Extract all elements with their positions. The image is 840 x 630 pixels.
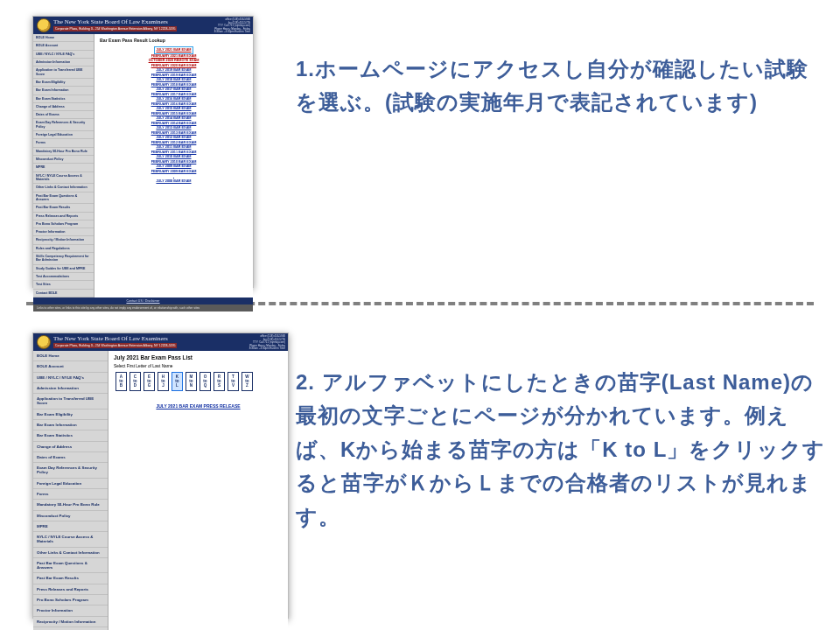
press-release-area: JULY 2021 BAR EXAM PRESS RELEASE [114,403,283,409]
letter-range-cell[interactable]: CtoD [130,372,141,391]
sidebar-item[interactable]: NYLC / NYLE Course Access & Materials [33,532,108,548]
site-address: Corporate Plaza, Building 3 - 254 Washin… [53,343,177,348]
sidebar-item[interactable]: Other Links & Contact Information [33,548,108,558]
sidebar-item[interactable]: Admission Information [33,59,94,66]
letter-range-cell[interactable]: WtoZ [242,372,253,391]
sidebar-item[interactable]: Mandatory 50-Hour Pro Bono Rule [33,148,94,156]
letter-range-cell[interactable]: MtoN [186,372,197,391]
screenshot-panel-2: The New York State Board Of Law Examiner… [32,332,289,619]
site-title: The New York State Board Of Law Examiner… [53,336,177,342]
panel-heading: July 2021 Bar Exam Pass List [114,354,283,360]
sidebar-item[interactable]: Contact BOLE [33,290,94,298]
sidebar-item[interactable]: Application to Transferred UBE Score [33,394,108,410]
instruction-step-1: 1.ホームページにアクセスし自分が確認したい試験を選ぶ。(試験の実施年月で表記さ… [296,52,821,120]
press-release-link[interactable]: JULY 2021 BAR EXAM PRESS RELEASE [156,403,240,409]
sidebar-item[interactable]: Mandatory 50-Hour Pro Bono Rule [33,500,108,510]
header-contact-block: office (518) 453-5990fax (518) 452-5729T… [214,18,250,34]
sidebar-item[interactable]: Bar Exam Information [33,420,108,430]
site-header: The New York State Board Of Law Examiner… [33,17,253,34]
site-title: The New York State Board Of Law Examiner… [53,19,177,25]
sidebar-nav: BOLE HomeBOLE AccountUBE / NYLC / NYLE F… [33,34,94,298]
letter-range-cell[interactable]: HtoJ [158,372,169,391]
sidebar-item[interactable]: Admission Information [33,383,108,394]
highlighted-exam[interactable]: JULY 2021 BAR EXAM [154,46,192,54]
sidebar-item[interactable]: Change of Address [33,442,108,452]
sidebar-item[interactable]: Reciprocity / Motion Information [33,617,108,627]
sidebar-item[interactable]: BOLE Account [33,361,108,372]
header-contact-block: office (518) 453-5990fax (518) 452-5729T… [249,335,285,351]
exam-link[interactable]: JULY 2021 BAR EXAM [156,48,191,53]
sidebar-item[interactable]: Application to Transferred UBE Score [33,66,94,79]
sidebar-item[interactable]: MPRE [33,522,108,532]
sidebar-item[interactable]: Exam Day References & Security Policy [33,463,108,479]
sidebar-item[interactable]: Press Releases and Reports [33,584,108,595]
instruction-step-2: 2. アルファベットにしたときの苗字(Last Name)の最初の文字ごとにペー… [296,366,831,534]
panel-heading: Bar Exam Pass Result Lookup [100,38,248,43]
sidebar-item[interactable]: Past Bar Exam Questions & Answers [33,558,108,574]
sidebar-item[interactable]: Skills Competency Requirement for Bar Ad… [33,253,94,265]
sidebar-item[interactable]: Exam Day References & Security Policy [33,119,94,131]
sidebar-item[interactable]: UBE / NYLC / NYLE FAQ's [33,373,108,383]
sidebar-item[interactable]: Rules and Regulations [33,245,94,253]
letter-range-cell[interactable]: AtoB [116,372,127,391]
sidebar-item[interactable]: Forms [33,489,108,500]
sidebar-item[interactable]: Past Bar Exam Results [33,204,94,212]
sidebar-item[interactable]: NYLC / NYLE Course Access & Materials [33,172,94,185]
sidebar-item[interactable]: Foreign Legal Education [33,479,108,489]
sidebar-item[interactable]: Forms [33,139,94,147]
sidebar-item[interactable]: Foreign Legal Education [33,131,94,139]
sidebar-item[interactable]: MPRE [33,164,94,172]
screenshot-panel-1: The New York State Board Of Law Examiner… [32,16,254,288]
sidebar-item[interactable]: BOLE Account [33,42,94,50]
letter-range-cell[interactable]: OtoQ [200,372,211,391]
letter-range-cell[interactable]: TtoV [228,372,239,391]
sidebar-item[interactable]: Bar Exam Eligibility [33,410,108,420]
sidebar-item[interactable]: BOLE Home [33,351,108,361]
sidebar-item[interactable]: Dates of Exams [33,452,108,463]
letter-range-cell[interactable]: KtoL [172,372,183,391]
footer-links[interactable]: Contact US / Disclaimer [33,298,253,304]
exam-link[interactable]: JULY 2008 BAR EXAM [100,179,248,185]
select-hint: Select First Letter of Last Name [114,364,283,368]
sidebar-item[interactable]: Proctor Information [33,228,94,236]
footer-link[interactable]: Contact US / Disclaimer [126,299,159,303]
footer-disclaimer: Links to other sites, or links to this s… [33,304,253,312]
exam-link-list: JULY 2021 BAR EXAM FEBRUARY 2021 BAR EXA… [100,46,248,184]
state-seal-icon [37,335,51,349]
letter-range-row: AtoBCtoDEtoGHtoJKtoLMtoNOtoQRtoSTtoVWtoZ [114,372,283,391]
sidebar-item[interactable]: Bar Exam Statistics [33,430,108,441]
sidebar-item[interactable]: Bar Exam Eligibility [33,79,94,87]
sidebar-item[interactable]: Bar Exam Statistics [33,95,94,103]
letter-range-cell[interactable]: EtoG [144,372,155,391]
sidebar-item[interactable]: Misconduct Policy [33,156,94,164]
sidebar-item[interactable]: Proctor Information [33,606,108,616]
sidebar-item[interactable]: Test Accommodations [33,273,94,281]
sidebar-item[interactable]: Bar Exam Information [33,87,94,94]
sidebar-item[interactable]: Study Guides for UBE and MPRE [33,265,94,273]
letter-range-cell[interactable]: RtoS [214,372,225,391]
sidebar-item[interactable]: Pro Bono Scholars Program [33,595,108,606]
sidebar-item[interactable]: Pro Bono Scholars Program [33,220,94,228]
sidebar-item[interactable]: Misconduct Policy [33,511,108,522]
sidebar-item[interactable]: Dates of Exams [33,111,94,119]
sidebar-item[interactable]: Change of Address [33,103,94,111]
site-header: The New York State Board Of Law Examiner… [33,333,288,351]
state-seal-icon [37,18,51,32]
sidebar-item[interactable]: BOLE Home [33,34,94,42]
sidebar-item[interactable]: Past Bar Exam Questions & Answers [33,192,94,205]
sidebar-item[interactable]: Past Bar Exam Results [33,573,108,584]
sidebar-item[interactable]: Other Links & Contact Information [33,184,94,192]
sidebar-nav: BOLE HomeBOLE AccountUBE / NYLC / NYLE F… [33,351,108,630]
sidebar-item[interactable]: Reciprocity / Motion Information [33,236,94,244]
sidebar-item[interactable]: Press Releases and Reports [33,213,94,220]
sidebar-item[interactable]: Test Sites [33,281,94,289]
site-address: Corporate Plaza, Building 3 - 254 Washin… [53,26,177,32]
sidebar-item[interactable]: UBE / NYLC / NYLE FAQ's [33,51,94,59]
